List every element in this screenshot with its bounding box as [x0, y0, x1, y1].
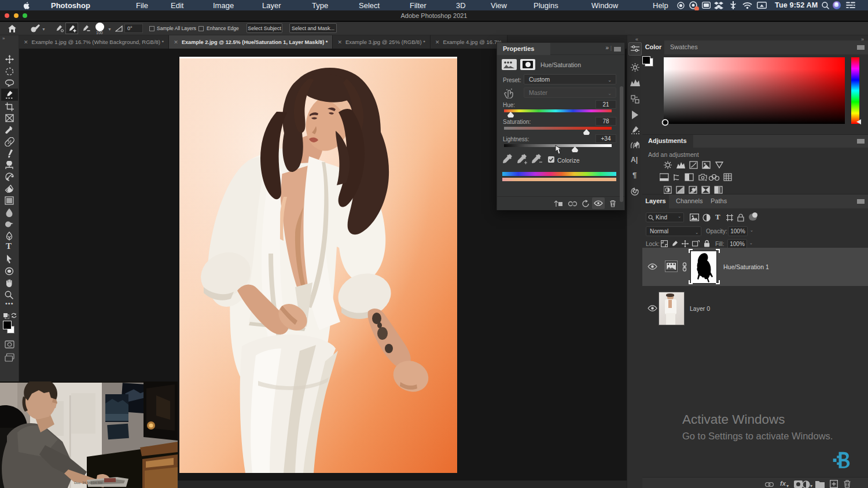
svg-text:Doc: 34.5M/34.5M: Doc: 34.5M/34.5M — [74, 481, 102, 485]
svg-text:16.67%: 16.67% — [32, 481, 45, 485]
